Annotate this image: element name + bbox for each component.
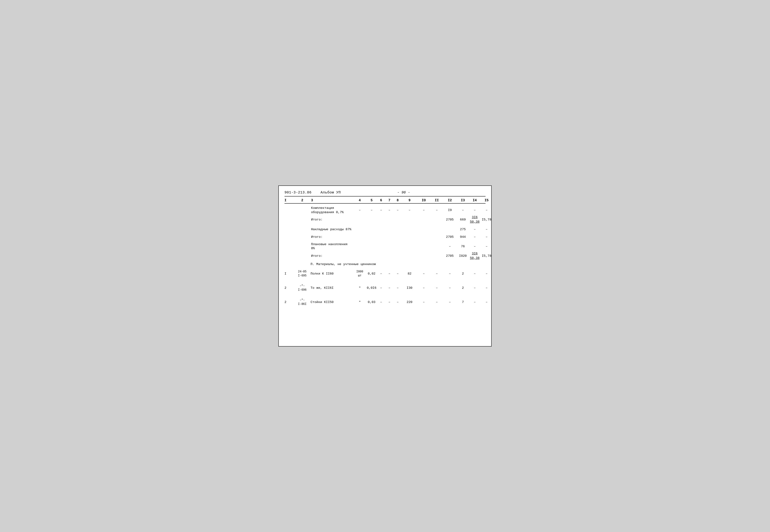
col-header-3: 3	[311, 198, 353, 202]
section2-title: П. Материалы, не учтенные ценником	[284, 262, 486, 266]
col-header-12: I2	[443, 198, 456, 202]
col-header-2: 2	[294, 198, 311, 202]
content-area: Комплектация оборудования 0,7% – – – – –…	[284, 204, 486, 308]
col-header-4: 4	[353, 198, 366, 202]
item2-row: 2 –"- I-696 То же, КII6I " 0,0I6 – – – I…	[284, 282, 486, 294]
page-container: 901-3-213.86 Альбом УП - 96 - I 2 3 4 5 …	[278, 185, 492, 347]
nakladnye-row: Накладные расходы 87% 275 – –	[284, 226, 486, 233]
col-header-14: I4	[469, 198, 480, 202]
col-header-1: I	[284, 198, 294, 202]
col-header-15: I5	[480, 198, 493, 202]
itogo2-row: Итого: 2705 944 – –	[284, 234, 486, 240]
column-headers: I 2 3 4 5 6 7 8 9 IO II I2 I3 I4 I5	[284, 197, 486, 204]
itogo1-row: Итого: 2705 669 3I6 50,38 I5,78	[284, 215, 486, 224]
page-header: 901-3-213.86 Альбом УП - 96 -	[284, 191, 486, 197]
page-number: - 96 -	[397, 191, 410, 195]
col-header-13: I3	[456, 198, 469, 202]
item1-row: I 24-05 I-695 Полки К II60 I000 шт 0,02 …	[284, 268, 486, 280]
doc-number: 901-3-213.86 Альбом УП	[284, 191, 341, 195]
komplektaciya-row: Комплектация оборудования 0,7% – – – – –…	[284, 206, 486, 214]
itogo3-row: Итого: 2705 I020 3I6 50,38 I5,78	[284, 252, 486, 261]
planovye-row: Плановые накопления 8% – 76 – –	[284, 242, 486, 251]
col-header-11: II	[430, 198, 443, 202]
col-header-6: 6	[377, 198, 385, 202]
item3-row: 2 –"- I-86I Стойки КII50 " 0,03 – – – 22…	[284, 296, 486, 308]
col-header-7: 7	[385, 198, 394, 202]
col-header-9: 9	[402, 198, 417, 202]
col-header-8: 8	[394, 198, 402, 202]
col-header-10: IO	[417, 198, 430, 202]
col-header-5: 5	[366, 198, 377, 202]
